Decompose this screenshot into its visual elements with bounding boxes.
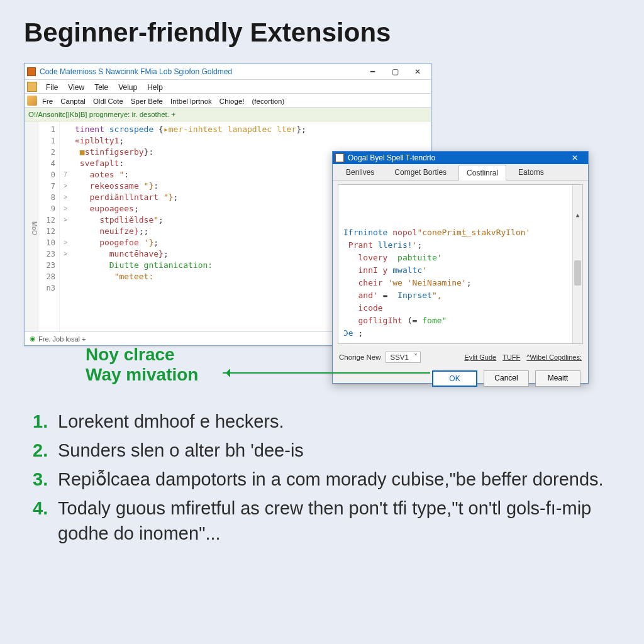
toolbar-item[interactable]: Canptal — [57, 96, 89, 106]
step-item: 2.Sunders slen o alter bh 'dee-is — [33, 438, 616, 463]
editor-tabbar[interactable]: O!/Ansonitc[|Kb|B] prognmerye: ir. desot… — [25, 108, 431, 121]
menu-view[interactable]: View — [63, 82, 89, 93]
fold-gutter: 7>>>>>> — [60, 121, 71, 331]
editor-menubar: FileViewTeleVelupHelp — [25, 80, 431, 94]
ok-button[interactable]: OK — [432, 370, 477, 387]
toolbar-item[interactable]: Intbel lprtnok — [167, 96, 216, 106]
steps-list: 1.Lorekent dmhoof e heckers.2.Sunders sl… — [33, 409, 616, 550]
dialog-button-row: OK Cancel Meaitt — [333, 367, 588, 394]
minimize-button[interactable]: ━ — [362, 65, 383, 78]
folder-icon[interactable] — [27, 82, 37, 92]
menu-help[interactable]: Help — [142, 82, 168, 93]
dialog-tab[interactable]: Comget Borties — [386, 164, 455, 180]
more-button[interactable]: Meaitt — [535, 370, 580, 387]
dialog-link[interactable]: ^Wibel Copdlines; — [526, 353, 582, 361]
step-item: 4.Todaly guous mfiretful as crew then po… — [33, 496, 616, 546]
menu-file[interactable]: File — [41, 82, 63, 93]
toolbar-item[interactable]: Fre — [38, 96, 57, 106]
side-gutter: MoO — [25, 121, 38, 331]
menu-tele[interactable]: Tele — [89, 82, 113, 93]
editor-tab[interactable]: O!/Ansonitc[|Kb|B] prognmerye: ir. desot… — [28, 111, 175, 118]
dialog-tab[interactable]: Benllves — [338, 164, 382, 180]
menu-velup[interactable]: Velup — [113, 82, 142, 93]
scroll-thumb[interactable] — [574, 260, 581, 286]
editor-title: Code Matemioss S Nawcinnk FMia Lob Sgiof… — [40, 67, 362, 76]
dialog-tabs: BenllvesComget BortiesCostlinralEatoms — [333, 164, 588, 180]
dialog-link[interactable]: Eylit Gude — [464, 353, 496, 361]
cancel-button[interactable]: Cancel — [484, 370, 529, 387]
dialog-link[interactable]: TUFF — [502, 353, 520, 361]
callout-text: Noy clrace Way mivation — [86, 345, 198, 385]
step-item: 3.Repiỗlcaea dampotorts in a com morady … — [33, 467, 616, 492]
dialog-window: Oogal Byel Spell T-tendrlo ✕ BenllvesCom… — [332, 151, 589, 384]
toolbar-item[interactable]: Oldl Cote — [89, 96, 127, 106]
dialog-close-button[interactable]: ✕ — [564, 152, 586, 164]
dialog-select-label: Chorige New — [339, 353, 380, 361]
app-icon — [27, 67, 36, 76]
toolbar-item[interactable]: Chioge! — [216, 96, 248, 106]
dialog-body[interactable]: ▲ Ifrninote nopol"conePrimt_stakvRyIlon'… — [338, 184, 583, 344]
dialog-controls-row: Chorige New SSV1 Eylit GudeTUFF^Wibel Co… — [333, 348, 588, 367]
lineno-gutter: 11240789121210232328n3 — [38, 121, 60, 331]
close-button[interactable]: ✕ — [407, 65, 428, 78]
step-item: 1.Lorekent dmhoof e heckers. — [33, 409, 616, 434]
dialog-scrollbar[interactable]: ▲ — [572, 185, 582, 343]
box-icon[interactable] — [27, 96, 37, 106]
dialog-select[interactable]: SSV1 — [386, 352, 420, 363]
callout-arrow — [223, 372, 430, 374]
toolbar-item[interactable]: (fecortion) — [248, 96, 288, 106]
dialog-title: Oogal Byel Spell T-tendrlo — [348, 153, 564, 162]
page-title: Beginner-friendly Extensions — [0, 0, 644, 48]
dialog-titlebar[interactable]: Oogal Byel Spell T-tendrlo ✕ — [333, 152, 588, 164]
toolbar-item[interactable]: Sper Befe — [127, 96, 167, 106]
editor-titlebar[interactable]: Code Matemioss S Nawcinnk FMia Lob Sgiof… — [25, 64, 431, 80]
editor-toolbar: FreCanptalOldl CoteSper BefeIntbel lprtn… — [25, 94, 431, 108]
dialog-icon — [335, 153, 344, 162]
maximize-button[interactable]: ▢ — [384, 65, 406, 78]
dialog-tab[interactable]: Costlinral — [458, 165, 506, 180]
status-left: Fre. Job losal + — [38, 335, 86, 343]
dialog-tab[interactable]: Eatoms — [510, 164, 552, 180]
scroll-up-icon[interactable]: ▲ — [573, 210, 582, 220]
